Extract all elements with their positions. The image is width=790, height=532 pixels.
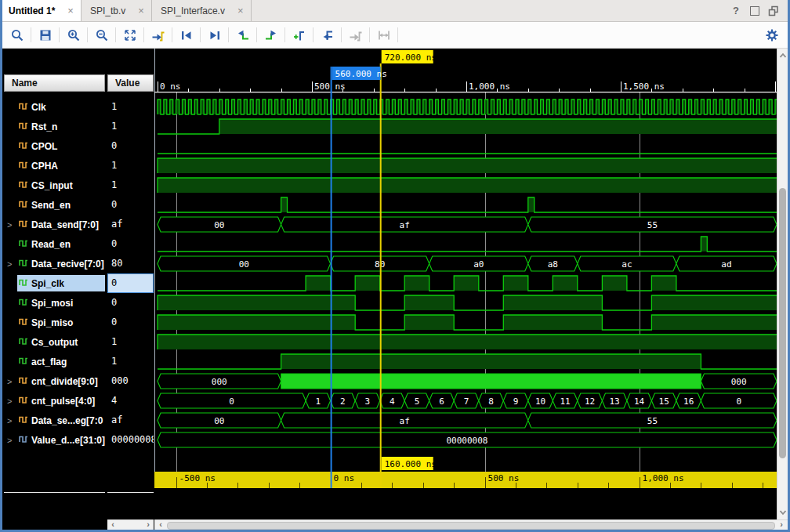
next-clock-edge-icon[interactable] — [261, 26, 281, 45]
expander-icon[interactable]: > — [7, 436, 17, 445]
scroll-down-icon[interactable] — [777, 507, 788, 518]
signal-value-cnt-pulse-4-0-[interactable]: 4 — [107, 391, 154, 411]
signal-row-cs-input[interactable]: CS_input — [4, 176, 105, 195]
signal-value-read-en[interactable]: 0 — [107, 234, 154, 254]
previous-clock-edge-icon[interactable] — [233, 26, 252, 45]
measure-disabled-icon — [374, 26, 393, 45]
signal-value-data-se-eg-7-0[interactable]: af — [107, 411, 154, 430]
value-column-header[interactable]: Value — [107, 74, 154, 92]
svg-text:0: 0 — [229, 396, 234, 407]
waveform-canvas[interactable]: 0 ns500 ns1,000 ns1,500 ns00af550080a0a8… — [154, 49, 777, 519]
help-icon[interactable]: ? — [729, 4, 743, 18]
signal-row-data-recive-7-0-[interactable]: >Data_recive[7:0] — [4, 254, 105, 273]
tab-spi-interface-v[interactable]: SPI_Interface.v× — [152, 0, 252, 21]
panel-horizontal-scrollbar[interactable]: ‹ › — [107, 519, 154, 530]
save-icon[interactable] — [35, 26, 55, 45]
expander-icon[interactable]: > — [7, 396, 17, 406]
signal-row-cs-output[interactable]: Cs_output — [4, 332, 105, 352]
expander-icon[interactable]: > — [7, 220, 17, 230]
zoom-out-icon[interactable] — [92, 26, 111, 45]
signal-row-value-d-e-31-0-[interactable]: >Value_d...e[31:0] — [4, 430, 105, 450]
panel-scroll-right-icon[interactable]: › — [143, 520, 153, 530]
svg-text:-500 ns: -500 ns — [179, 473, 216, 483]
signal-value-value-d-e-31-0-[interactable]: 00000008 — [107, 430, 154, 450]
vertical-scroll-thumb[interactable] — [779, 188, 786, 458]
signal-value-spi-miso[interactable]: 0 — [107, 313, 154, 332]
signal-value-cs-input[interactable]: 1 — [107, 176, 154, 195]
signal-row-spi-clk[interactable]: Spi_clk — [4, 273, 105, 293]
signal-row-cpol[interactable]: CPOL — [4, 136, 105, 156]
signal-row-cnt-divide-9-0-[interactable]: >cnt_divide[9:0] — [4, 371, 105, 391]
add-marker-icon[interactable] — [289, 26, 309, 45]
tab-untitled-1-[interactable]: Untitled 1*× — [0, 0, 82, 21]
svg-text:a0: a0 — [473, 259, 484, 270]
wave-horizontal-scrollbar[interactable]: ‹ › — [154, 519, 788, 530]
expander-icon[interactable]: > — [7, 259, 17, 269]
signal-value-spi-mosi[interactable]: 0 — [107, 293, 154, 313]
name-column-header[interactable]: Name — [4, 74, 105, 92]
panel-scroll-left-icon[interactable]: ‹ — [108, 520, 118, 530]
signal-row-spi-miso[interactable]: Spi_miso — [4, 313, 105, 332]
settings-gear-icon[interactable] — [765, 28, 779, 45]
signal-wave-icon — [19, 297, 28, 309]
jump-to-transition-icon[interactable] — [317, 26, 337, 45]
vertical-scrollbar[interactable] — [777, 49, 788, 519]
svg-text:000: 000 — [731, 377, 747, 387]
signal-value-clk[interactable]: 1 — [107, 97, 154, 117]
signal-value-data-recive-7-0-[interactable]: 80 — [107, 254, 154, 273]
svg-text:6: 6 — [439, 396, 444, 407]
signal-value-cs-output[interactable]: 1 — [107, 332, 154, 352]
toolbar-separator — [31, 27, 31, 42]
tab-label: Untitled 1* — [9, 5, 55, 16]
previous-edge-icon[interactable] — [176, 26, 196, 45]
signal-row-body: Value_d...e[31:0] — [17, 432, 105, 448]
svg-text:560.000 ns: 560.000 ns — [335, 69, 387, 79]
signal-value-cpha[interactable]: 1 — [107, 156, 154, 176]
tab-close-icon[interactable]: × — [67, 5, 74, 16]
zoom-fit-icon[interactable] — [120, 26, 140, 45]
signal-value-cnt-divide-9-0-[interactable]: 000 — [107, 371, 154, 391]
signal-value-act-flag[interactable]: 1 — [107, 352, 154, 371]
tab-close-icon[interactable]: × — [237, 5, 244, 16]
search-icon[interactable] — [7, 26, 27, 45]
svg-text:160.000 ns: 160.000 ns — [385, 459, 437, 469]
expander-icon[interactable]: > — [7, 416, 17, 425]
wave-scroll-left-icon[interactable]: ‹ — [156, 520, 165, 530]
tab-spi-tb-v[interactable]: SPI_tb.v× — [82, 0, 152, 21]
signal-row-body: Send_en — [17, 197, 105, 213]
wave-scroll-right-icon[interactable]: › — [777, 520, 786, 530]
zoom-in-icon[interactable] — [63, 26, 83, 45]
signal-row-read-en[interactable]: Read_en — [4, 234, 105, 254]
signal-row-cnt-pulse-4-0-[interactable]: >cnt_pulse[4:0] — [4, 391, 105, 411]
maximize-icon[interactable] — [748, 4, 762, 18]
signal-value-send-en[interactable]: 0 — [107, 195, 154, 215]
signal-row-body: cnt_divide[9:0] — [17, 373, 105, 389]
next-edge-icon[interactable] — [205, 26, 224, 45]
tab-close-icon[interactable]: × — [138, 5, 144, 16]
signal-row-rst-n[interactable]: Rst_n — [4, 117, 105, 136]
signal-wave-icon — [19, 356, 28, 367]
svg-text:2: 2 — [340, 396, 346, 407]
expander-icon[interactable]: > — [7, 377, 17, 386]
wave-scroll-thumb[interactable] — [167, 522, 775, 530]
signal-name-list: ClkRst_nCPOLCPHACS_inputSend_en>Data_sen… — [4, 97, 105, 450]
signal-value-data-send-7-0-[interactable]: af — [107, 215, 154, 234]
signal-value-spi-clk[interactable]: 0 — [107, 273, 154, 293]
toolbar-separator — [397, 27, 398, 42]
signal-value-rst-n[interactable]: 1 — [107, 117, 154, 136]
signal-row-act-flag[interactable]: act_flag — [4, 352, 105, 371]
signal-row-spi-mosi[interactable]: Spi_mosi — [4, 293, 105, 313]
float-icon[interactable] — [766, 4, 781, 18]
signal-row-data-send-7-0-[interactable]: >Data_send[7:0] — [4, 215, 105, 234]
signal-row-body: act_flag — [17, 353, 105, 370]
svg-text:7: 7 — [464, 396, 469, 407]
toolbar-separator — [115, 27, 116, 42]
scroll-up-icon[interactable] — [777, 50, 788, 61]
signal-row-send-en[interactable]: Send_en — [4, 195, 105, 215]
signal-row-data-se-eg-7-0[interactable]: >Data_se...eg[7:0 — [4, 411, 105, 430]
signal-value-cpol[interactable]: 0 — [107, 136, 154, 156]
svg-text:af: af — [400, 416, 410, 426]
signal-row-cpha[interactable]: CPHA — [4, 156, 105, 176]
signal-row-clk[interactable]: Clk — [4, 97, 105, 117]
goto-time-icon[interactable] — [148, 26, 168, 45]
